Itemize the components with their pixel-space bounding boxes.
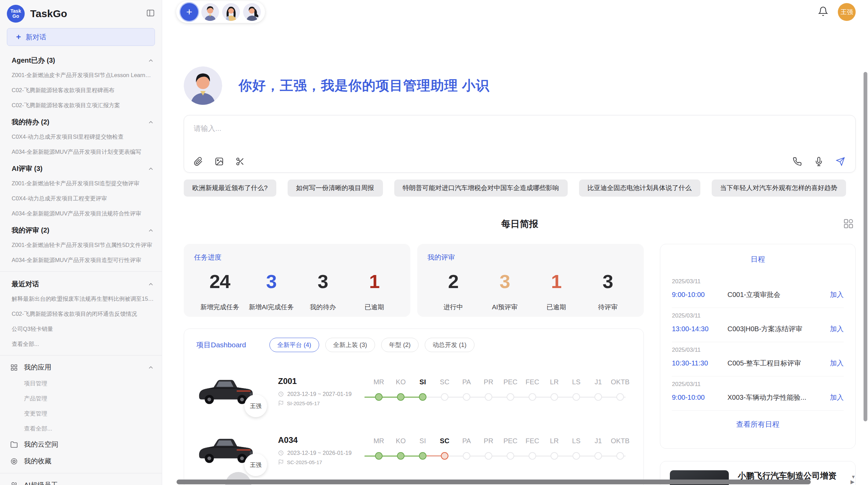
sidebar-item-favorites[interactable]: 我的收藏: [0, 453, 162, 470]
sidebar-section-header[interactable]: 我的评审 (2): [0, 221, 162, 238]
milestone-dot[interactable]: [529, 393, 536, 401]
milestone-dot[interactable]: [594, 452, 602, 460]
join-link[interactable]: 加入: [830, 290, 844, 299]
sidebar-item[interactable]: C02-飞腾新能源轻客改款项目立项汇报方案: [0, 98, 162, 113]
chevron-up-icon[interactable]: [147, 227, 154, 234]
sidebar-section-header[interactable]: Agent已办 (3): [0, 51, 162, 68]
sidebar-item[interactable]: C0X4-动力总成开发项目SI里程碑提交物检查: [0, 129, 162, 145]
milestone-dot[interactable]: [594, 393, 602, 401]
avatar[interactable]: [222, 3, 240, 21]
send-icon[interactable]: [836, 157, 845, 166]
view-all-schedule-link[interactable]: 查看所有日程: [672, 411, 844, 429]
recent-chat-item[interactable]: 查看全部...: [0, 337, 162, 352]
milestone-dot[interactable]: [485, 452, 492, 460]
sidebar-section-header[interactable]: 我的待办 (2): [0, 113, 162, 129]
milestone-dot[interactable]: [419, 452, 426, 460]
layout-grid-icon[interactable]: [843, 218, 854, 231]
schedule-date: 2025/03/11: [672, 312, 844, 319]
milestone-dot[interactable]: [441, 393, 448, 401]
phone-icon[interactable]: [793, 157, 802, 166]
new-chat-button[interactable]: + 新对话: [7, 28, 155, 46]
dashboard-filter-chip[interactable]: 动总开发 (1): [425, 338, 474, 352]
sidebar-item-my-apps[interactable]: 我的应用: [0, 359, 162, 376]
suggestion-chip[interactable]: 比亚迪全固态电池计划具体说了什么: [579, 179, 700, 197]
avatar[interactable]: [243, 3, 261, 21]
sidebar-item[interactable]: A034-全新新能源MUV产品开发项目造型可行性评审: [0, 253, 162, 268]
milestone-dot[interactable]: [616, 452, 624, 460]
milestone-dot[interactable]: [616, 393, 624, 401]
milestone-dot[interactable]: [529, 452, 536, 460]
add-member-button[interactable]: +: [180, 3, 198, 21]
chevron-up-icon[interactable]: [147, 281, 154, 288]
milestone-dot[interactable]: [463, 393, 470, 401]
user-avatar[interactable]: 王强: [838, 3, 856, 21]
recent-chat-item[interactable]: C02-飞腾新能源轻客改款项目的闭环通告反馈情况: [0, 307, 162, 322]
app-sub-item[interactable]: 产品管理: [0, 391, 162, 406]
sidebar-item[interactable]: C02-飞腾新能源轻客改款项目里程碑画布: [0, 83, 162, 98]
scroll-down-arrow[interactable]: ▼: [851, 474, 856, 480]
main-content: + 王强 你好，王强，我是你的项目管理助理 小识: [162, 0, 868, 485]
stat-label: AI预评审: [479, 303, 530, 312]
chevron-up-icon[interactable]: [147, 119, 154, 126]
schedule-time: 10:30-11:30: [672, 359, 727, 367]
join-link[interactable]: 加入: [830, 393, 844, 402]
milestone-dot[interactable]: [507, 452, 514, 460]
milestone-dot[interactable]: [463, 452, 470, 460]
project-row[interactable]: 王强A0342023-12-19 ~ 2026-01-19SC-2025-05-…: [196, 430, 631, 470]
chevron-up-icon[interactable]: [147, 364, 154, 371]
suggestion-chip[interactable]: 当下年轻人对汽车外观有怎样的喜好趋势: [712, 179, 846, 197]
app-sub-item[interactable]: 变更管理: [0, 406, 162, 421]
milestone-dot[interactable]: [375, 393, 383, 401]
milestone-dot[interactable]: [397, 452, 405, 460]
milestone-dot[interactable]: [441, 452, 448, 460]
milestone-dot[interactable]: [572, 452, 580, 460]
microphone-icon[interactable]: [814, 157, 823, 166]
project-row[interactable]: 王强Z0012023-12-19 ~ 2027-01-19SI-2025-05-…: [196, 371, 631, 411]
scissors-icon[interactable]: [236, 157, 245, 166]
milestone-dot[interactable]: [572, 393, 580, 401]
suggestion-chip[interactable]: 特朗普可能对进口汽车增税会对中国车企造成哪些影响: [394, 179, 568, 197]
chevron-up-icon[interactable]: [147, 165, 154, 172]
join-link[interactable]: 加入: [830, 359, 844, 368]
sidebar-item[interactable]: Z001-全新燃油轻卡产品开发项目SI节点属性5D文件评审: [0, 238, 162, 253]
image-icon[interactable]: [215, 157, 224, 166]
sidebar-item[interactable]: A034-全新新能源MUV产品开发项目法规符合性评审: [0, 206, 162, 221]
milestone-dot[interactable]: [375, 452, 383, 460]
recent-chat-item[interactable]: 公司Q3轻卡销量: [0, 322, 162, 337]
vertical-scrollbar[interactable]: [864, 72, 867, 421]
suggestion-chip[interactable]: 欧洲新规最近颁布了什么?: [184, 179, 276, 197]
message-input[interactable]: [194, 124, 845, 133]
stat-value: 3: [479, 270, 530, 293]
milestone-dot[interactable]: [551, 393, 558, 401]
milestone-dot[interactable]: [551, 452, 558, 460]
dashboard-filter-chip[interactable]: 年型 (2): [381, 338, 419, 352]
dashboard-filter-chip[interactable]: 全新上装 (3): [325, 338, 375, 352]
sidebar-section-header[interactable]: AI评审 (3): [0, 160, 162, 176]
sidebar-item-cloud-space[interactable]: 我的云空间: [0, 436, 162, 453]
dashboard-filter-chip[interactable]: 全新平台 (4): [269, 338, 319, 352]
join-link[interactable]: 加入: [830, 324, 844, 334]
app-sub-item[interactable]: 项目管理: [0, 376, 162, 391]
avatar[interactable]: [201, 3, 219, 21]
milestone-dot[interactable]: [397, 393, 405, 401]
divider: [0, 473, 162, 473]
sidebar-section-recent[interactable]: 最近对话: [0, 275, 162, 291]
stat-cell: 3AI预评审: [479, 270, 530, 312]
sidebar-item[interactable]: A034-全新新能源MUV产品开发项目计划变更表编写: [0, 145, 162, 160]
scroll-right-arrow[interactable]: ▶: [851, 479, 855, 485]
collapse-sidebar-icon[interactable]: [146, 9, 155, 19]
sidebar-item[interactable]: C0X4-动力总成开发项目工程变更评审: [0, 191, 162, 206]
suggestion-chip[interactable]: 如何写一份清晰的项目周报: [288, 179, 383, 197]
milestone-dot[interactable]: [419, 393, 426, 401]
milestone-dot[interactable]: [507, 393, 514, 401]
app-sub-item[interactable]: 查看全部...: [0, 421, 162, 436]
notification-bell-icon[interactable]: [818, 6, 828, 18]
sidebar-item-ai-staff[interactable]: AI超级员工: [0, 477, 162, 485]
horizontal-scrollbar[interactable]: [177, 480, 811, 484]
sidebar-item[interactable]: Z001-全新燃油轻卡产品开发项目SI造型提交物评审: [0, 176, 162, 191]
chevron-up-icon[interactable]: [147, 57, 154, 64]
recent-chat-item[interactable]: 解释最新出台的欧盟报废车法规再生塑料比例被调至15%...: [0, 291, 162, 307]
sidebar-item[interactable]: Z001-全新燃油皮卡产品开发项目SI节点Lesson Learn报告: [0, 68, 162, 83]
milestone-dot[interactable]: [485, 393, 492, 401]
attachment-icon[interactable]: [194, 157, 203, 166]
